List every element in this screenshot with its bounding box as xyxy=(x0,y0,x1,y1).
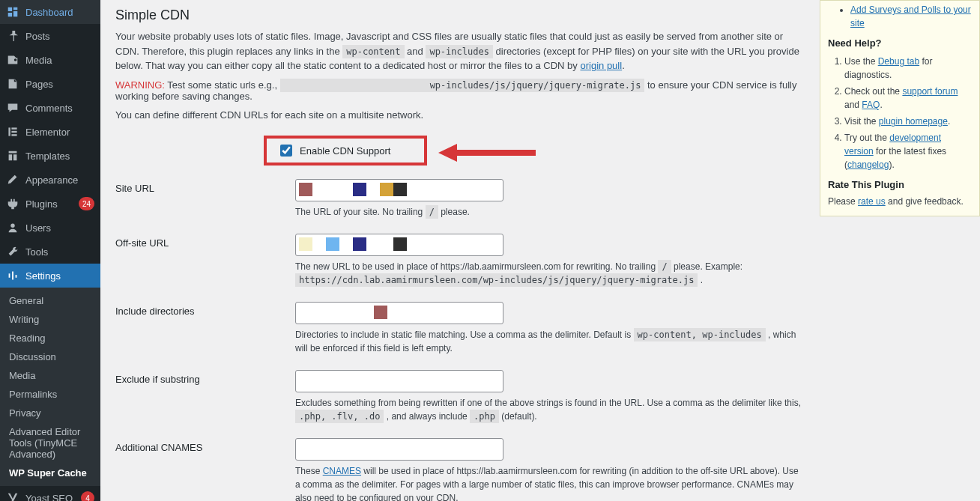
sidebar-item-plugins[interactable]: Plugins 24 xyxy=(0,192,100,216)
cnames-input[interactable] xyxy=(295,438,503,461)
sidebar-item-users[interactable]: Users xyxy=(0,216,100,240)
sidebar-item-label: Dashboard xyxy=(25,7,94,18)
site-url-label: Site URL xyxy=(115,179,295,194)
help-panel: Add Surveys and Polls to your site Need … xyxy=(820,0,980,216)
help-item: Visit the plugin homepage. xyxy=(844,115,972,128)
elementor-icon xyxy=(6,125,19,139)
tools-icon xyxy=(6,245,19,258)
sidebar-item-label: Tools xyxy=(25,246,94,258)
arrow-icon xyxy=(435,138,539,170)
sidebar-item-elementor[interactable]: Elementor xyxy=(0,120,100,144)
plugin-homepage-link[interactable]: plugin homepage xyxy=(879,116,948,127)
svg-rect-1 xyxy=(11,127,16,129)
sidebar-item-label: Users xyxy=(25,222,94,234)
rate-text: Please rate us and give feedback. xyxy=(828,196,972,207)
include-dirs-input[interactable] xyxy=(295,302,503,324)
pin-icon xyxy=(6,29,19,43)
sidebar-item-comments[interactable]: Comments xyxy=(0,96,100,120)
enable-cdn-checkbox[interactable] xyxy=(280,145,292,157)
sidebar-item-label: Plugins xyxy=(25,198,73,210)
sidebar-item-label: Yoast SEO xyxy=(25,493,75,502)
help-item: Use the Debug tab for diagnostics. xyxy=(844,55,972,82)
svg-point-4 xyxy=(10,224,14,228)
help-item: Check out the support forum and FAQ. xyxy=(844,85,972,112)
help-item: Try out the development version for the … xyxy=(844,131,972,171)
templates-icon xyxy=(6,149,19,163)
exclude-input[interactable] xyxy=(295,370,503,392)
intro-text: Your website probably uses lots of stati… xyxy=(115,29,805,73)
site-url-desc: The URL of your site. No trailing / plea… xyxy=(295,205,805,219)
field-offsite-url: Off-site URL The new URL to be used in p… xyxy=(115,234,805,287)
submenu-media[interactable]: Media xyxy=(0,366,100,385)
offsite-url-desc: The new URL to be used in place of https… xyxy=(295,260,805,287)
sidebar-item-label: Media xyxy=(25,55,94,66)
comments-icon xyxy=(6,101,19,115)
sidebar-item-dashboard[interactable]: Dashboard xyxy=(0,0,100,24)
main-content: Simple CDN Your website probably uses lo… xyxy=(100,0,820,501)
rate-heading: Rate This Plugin xyxy=(828,179,972,190)
enable-cdn-label: Enable CDN Support xyxy=(300,145,390,157)
page-title: Simple CDN xyxy=(115,0,805,29)
submenu-discussion[interactable]: Discussion xyxy=(0,347,100,366)
field-exclude: Exclude if substring Excludes something … xyxy=(115,370,805,423)
submenu-advanced-editor[interactable]: Advanced Editor Tools (TinyMCE Advanced) xyxy=(0,422,100,464)
svg-rect-2 xyxy=(11,131,16,133)
submenu-writing[interactable]: Writing xyxy=(0,310,100,329)
field-site-url: Site URL The URL of your site. No traili… xyxy=(115,179,805,219)
svg-rect-3 xyxy=(11,134,16,136)
submenu-wp-super-cache[interactable]: WP Super Cache xyxy=(0,464,100,482)
media-icon xyxy=(6,53,19,67)
exclude-label: Exclude if substring xyxy=(115,370,295,385)
sidebar-item-label: Comments xyxy=(25,103,94,114)
faq-link[interactable]: FAQ xyxy=(862,100,880,110)
sidebar-item-label: Elementor xyxy=(25,127,94,138)
admin-sidebar: Dashboard Posts Media Pages Comments Ele… xyxy=(0,0,100,501)
sidebar-item-label: Pages xyxy=(25,79,94,90)
yoast-badge: 4 xyxy=(81,491,94,501)
enable-cdn-highlight: Enable CDN Support xyxy=(264,136,427,166)
redacted-swatches xyxy=(299,183,407,198)
exclude-desc: Excludes something from being rewritten … xyxy=(295,396,805,423)
sidebar-item-label: Posts xyxy=(25,31,94,42)
sidebar-item-pages[interactable]: Pages xyxy=(0,72,100,96)
support-forum-link[interactable]: support forum xyxy=(902,86,958,97)
sidebar-item-templates[interactable]: Templates xyxy=(0,144,100,168)
rate-us-link[interactable]: rate us xyxy=(858,196,886,207)
sidebar-item-tools[interactable]: Tools xyxy=(0,240,100,264)
pages-icon xyxy=(6,77,19,91)
add-surveys-link[interactable]: Add Surveys and Polls to your site xyxy=(850,4,971,28)
multisite-note: You can define different CDN URLs for ea… xyxy=(115,108,805,123)
sidebar-item-appearance[interactable]: Appearance xyxy=(0,168,100,192)
plugins-update-badge: 24 xyxy=(79,197,94,210)
offsite-url-label: Off-site URL xyxy=(115,234,295,249)
submenu-privacy[interactable]: Privacy xyxy=(0,404,100,422)
sidebar-item-posts[interactable]: Posts xyxy=(0,24,100,48)
include-dirs-desc: Directories to include in static file ma… xyxy=(295,328,805,355)
need-help-heading: Need Help? xyxy=(828,37,972,49)
submenu-reading[interactable]: Reading xyxy=(0,329,100,347)
dashboard-icon xyxy=(6,5,19,19)
submenu-general[interactable]: General xyxy=(0,291,100,310)
settings-icon xyxy=(6,269,19,282)
cnames-label: Additional CNAMES xyxy=(115,438,295,453)
plugins-icon xyxy=(6,197,19,210)
redacted-swatches xyxy=(299,237,407,252)
changelog-link[interactable]: changelog xyxy=(847,160,889,170)
sidebar-item-media[interactable]: Media xyxy=(0,48,100,72)
sidebar-item-label: Settings xyxy=(25,270,94,282)
field-cnames: Additional CNAMES These CNAMES will be u… xyxy=(115,438,805,501)
yoast-icon xyxy=(6,491,19,501)
sidebar-item-yoast[interactable]: Yoast SEO 4 xyxy=(0,486,100,501)
origin-pull-link[interactable]: origin pull xyxy=(580,60,622,71)
submenu-permalinks[interactable]: Permalinks xyxy=(0,385,100,404)
debug-tab-link[interactable]: Debug tab xyxy=(878,56,919,67)
sidebar-item-label: Templates xyxy=(25,151,94,162)
cnames-link[interactable]: CNAMES xyxy=(323,466,361,476)
field-include-dirs: Include directories Directories to inclu… xyxy=(115,302,805,355)
sidebar-item-label: Appearance xyxy=(25,174,94,186)
warning-text: WARNING: Test some static urls e.g., wp-… xyxy=(115,79,805,102)
svg-rect-0 xyxy=(8,127,10,136)
users-icon xyxy=(6,221,19,234)
settings-submenu: General Writing Reading Discussion Media… xyxy=(0,288,100,486)
sidebar-item-settings[interactable]: Settings xyxy=(0,264,100,288)
